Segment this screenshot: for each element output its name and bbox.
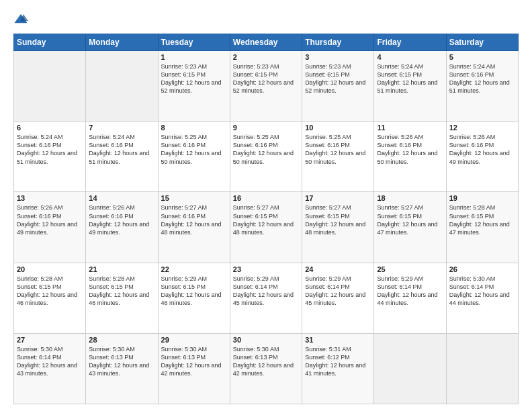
day-info: Sunrise: 5:29 AM Sunset: 6:14 PM Dayligh… [377, 275, 443, 308]
calendar-cell: 11Sunrise: 5:26 AM Sunset: 6:16 PM Dayli… [374, 122, 446, 192]
day-info: Sunrise: 5:24 AM Sunset: 6:15 PM Dayligh… [377, 62, 443, 95]
day-info: Sunrise: 5:26 AM Sunset: 6:16 PM Dayligh… [449, 133, 515, 166]
day-number: 30 [233, 336, 299, 344]
day-number: 14 [89, 194, 154, 202]
calendar-table: SundayMondayTuesdayWednesdayThursdayFrid… [13, 34, 519, 404]
calendar-cell [14, 51, 86, 122]
day-info: Sunrise: 5:27 AM Sunset: 6:16 PM Dayligh… [161, 203, 227, 236]
calendar-cell: 22Sunrise: 5:29 AM Sunset: 6:15 PM Dayli… [158, 263, 230, 333]
day-number: 27 [17, 336, 83, 344]
logo-icon [13, 12, 28, 27]
weekday-header-monday: Monday [86, 34, 158, 51]
day-number: 31 [305, 336, 371, 344]
weekday-header-friday: Friday [374, 34, 446, 51]
day-info: Sunrise: 5:31 AM Sunset: 6:12 PM Dayligh… [305, 345, 371, 378]
calendar-week-2: 6Sunrise: 5:24 AM Sunset: 6:16 PM Daylig… [14, 122, 519, 192]
logo [13, 12, 31, 27]
calendar-cell: 18Sunrise: 5:27 AM Sunset: 6:15 PM Dayli… [374, 192, 446, 263]
day-info: Sunrise: 5:30 AM Sunset: 6:13 PM Dayligh… [161, 345, 227, 378]
day-info: Sunrise: 5:24 AM Sunset: 6:16 PM Dayligh… [89, 133, 154, 166]
calendar-week-5: 27Sunrise: 5:30 AM Sunset: 6:14 PM Dayli… [14, 333, 519, 404]
day-info: Sunrise: 5:27 AM Sunset: 6:15 PM Dayligh… [377, 203, 443, 236]
calendar-cell: 15Sunrise: 5:27 AM Sunset: 6:16 PM Dayli… [158, 192, 230, 263]
calendar-cell: 31Sunrise: 5:31 AM Sunset: 6:12 PM Dayli… [302, 333, 374, 404]
day-info: Sunrise: 5:23 AM Sunset: 6:15 PM Dayligh… [305, 62, 371, 95]
calendar-cell: 26Sunrise: 5:30 AM Sunset: 6:14 PM Dayli… [446, 263, 518, 333]
calendar-cell: 14Sunrise: 5:26 AM Sunset: 6:16 PM Dayli… [86, 192, 158, 263]
calendar-cell: 24Sunrise: 5:29 AM Sunset: 6:14 PM Dayli… [302, 263, 374, 333]
weekday-header-wednesday: Wednesday [230, 34, 302, 51]
day-number: 11 [377, 124, 443, 132]
day-info: Sunrise: 5:25 AM Sunset: 6:16 PM Dayligh… [161, 133, 227, 166]
day-info: Sunrise: 5:26 AM Sunset: 6:16 PM Dayligh… [89, 203, 154, 236]
day-number: 19 [449, 194, 515, 202]
day-info: Sunrise: 5:26 AM Sunset: 6:16 PM Dayligh… [17, 203, 83, 236]
day-number: 20 [17, 265, 83, 273]
calendar-cell: 4Sunrise: 5:24 AM Sunset: 6:15 PM Daylig… [374, 51, 446, 122]
day-number: 25 [377, 265, 443, 273]
day-info: Sunrise: 5:23 AM Sunset: 6:15 PM Dayligh… [233, 62, 299, 95]
day-info: Sunrise: 5:29 AM Sunset: 6:15 PM Dayligh… [161, 275, 227, 308]
weekday-header-tuesday: Tuesday [158, 34, 230, 51]
calendar-cell: 9Sunrise: 5:25 AM Sunset: 6:16 PM Daylig… [230, 122, 302, 192]
day-info: Sunrise: 5:29 AM Sunset: 6:14 PM Dayligh… [233, 275, 299, 308]
weekday-header-sunday: Sunday [14, 34, 86, 51]
calendar-cell: 1Sunrise: 5:23 AM Sunset: 6:15 PM Daylig… [158, 51, 230, 122]
calendar-cell: 30Sunrise: 5:30 AM Sunset: 6:13 PM Dayli… [230, 333, 302, 404]
weekday-header-row: SundayMondayTuesdayWednesdayThursdayFrid… [14, 34, 519, 51]
day-info: Sunrise: 5:24 AM Sunset: 6:16 PM Dayligh… [449, 62, 515, 95]
day-number: 17 [305, 194, 371, 202]
day-info: Sunrise: 5:30 AM Sunset: 6:14 PM Dayligh… [17, 345, 83, 378]
weekday-header-saturday: Saturday [446, 34, 518, 51]
calendar-cell: 29Sunrise: 5:30 AM Sunset: 6:13 PM Dayli… [158, 333, 230, 404]
day-info: Sunrise: 5:27 AM Sunset: 6:15 PM Dayligh… [305, 203, 371, 236]
day-number: 4 [377, 53, 443, 61]
day-number: 26 [449, 265, 515, 273]
day-number: 21 [89, 265, 154, 273]
calendar-cell: 10Sunrise: 5:25 AM Sunset: 6:16 PM Dayli… [302, 122, 374, 192]
day-number: 3 [305, 53, 371, 61]
day-number: 29 [161, 336, 227, 344]
day-number: 24 [305, 265, 371, 273]
page-header [13, 12, 519, 27]
calendar-cell: 13Sunrise: 5:26 AM Sunset: 6:16 PM Dayli… [14, 192, 86, 263]
calendar-cell: 6Sunrise: 5:24 AM Sunset: 6:16 PM Daylig… [14, 122, 86, 192]
calendar-cell: 8Sunrise: 5:25 AM Sunset: 6:16 PM Daylig… [158, 122, 230, 192]
day-number: 9 [233, 124, 299, 132]
day-number: 18 [377, 194, 443, 202]
day-info: Sunrise: 5:28 AM Sunset: 6:15 PM Dayligh… [449, 203, 515, 236]
calendar-week-3: 13Sunrise: 5:26 AM Sunset: 6:16 PM Dayli… [14, 192, 519, 263]
calendar-cell: 2Sunrise: 5:23 AM Sunset: 6:15 PM Daylig… [230, 51, 302, 122]
day-number: 2 [233, 53, 299, 61]
day-info: Sunrise: 5:23 AM Sunset: 6:15 PM Dayligh… [161, 62, 227, 95]
calendar-cell: 21Sunrise: 5:28 AM Sunset: 6:15 PM Dayli… [86, 263, 158, 333]
day-number: 28 [89, 336, 154, 344]
day-number: 7 [89, 124, 154, 132]
calendar-cell: 7Sunrise: 5:24 AM Sunset: 6:16 PM Daylig… [86, 122, 158, 192]
day-number: 22 [161, 265, 227, 273]
day-number: 6 [17, 124, 83, 132]
calendar-cell [86, 51, 158, 122]
day-info: Sunrise: 5:26 AM Sunset: 6:16 PM Dayligh… [377, 133, 443, 166]
calendar-cell [446, 333, 518, 404]
calendar-cell: 25Sunrise: 5:29 AM Sunset: 6:14 PM Dayli… [374, 263, 446, 333]
calendar-cell: 23Sunrise: 5:29 AM Sunset: 6:14 PM Dayli… [230, 263, 302, 333]
day-info: Sunrise: 5:28 AM Sunset: 6:15 PM Dayligh… [17, 275, 83, 308]
day-info: Sunrise: 5:25 AM Sunset: 6:16 PM Dayligh… [233, 133, 299, 166]
calendar-cell [374, 333, 446, 404]
calendar-week-4: 20Sunrise: 5:28 AM Sunset: 6:15 PM Dayli… [14, 263, 519, 333]
weekday-header-thursday: Thursday [302, 34, 374, 51]
day-number: 8 [161, 124, 227, 132]
day-info: Sunrise: 5:30 AM Sunset: 6:14 PM Dayligh… [449, 275, 515, 308]
day-info: Sunrise: 5:30 AM Sunset: 6:13 PM Dayligh… [233, 345, 299, 378]
calendar-cell: 12Sunrise: 5:26 AM Sunset: 6:16 PM Dayli… [446, 122, 518, 192]
calendar-cell: 27Sunrise: 5:30 AM Sunset: 6:14 PM Dayli… [14, 333, 86, 404]
day-info: Sunrise: 5:30 AM Sunset: 6:13 PM Dayligh… [89, 345, 154, 378]
calendar-cell: 19Sunrise: 5:28 AM Sunset: 6:15 PM Dayli… [446, 192, 518, 263]
day-number: 13 [17, 194, 83, 202]
day-number: 23 [233, 265, 299, 273]
day-number: 12 [449, 124, 515, 132]
day-info: Sunrise: 5:24 AM Sunset: 6:16 PM Dayligh… [17, 133, 83, 166]
calendar-cell: 16Sunrise: 5:27 AM Sunset: 6:15 PM Dayli… [230, 192, 302, 263]
day-number: 1 [161, 53, 227, 61]
